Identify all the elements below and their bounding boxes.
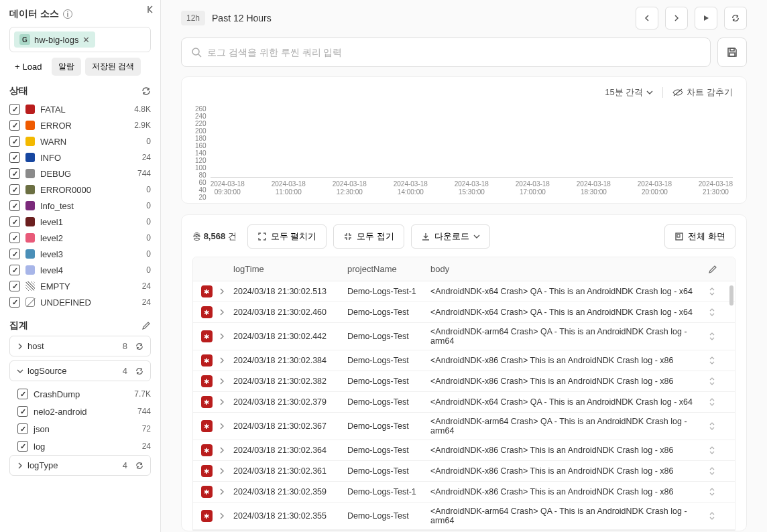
status-checkbox[interactable] <box>9 297 20 308</box>
chart-bars[interactable] <box>211 104 733 178</box>
status-item-fatal[interactable]: FATAL4.8K <box>9 101 151 117</box>
status-item-error[interactable]: ERROR2.9K <box>9 117 151 133</box>
row-actions-button[interactable] <box>708 512 727 520</box>
agg-refresh-button[interactable] <box>135 367 143 375</box>
saved-search-button[interactable]: 저장된 검색 <box>85 58 141 76</box>
status-item-info[interactable]: INFO24 <box>9 149 151 165</box>
row-actions-button[interactable] <box>708 422 727 430</box>
hide-chart-button[interactable]: 차트 감추기 <box>672 86 733 98</box>
status-checkbox[interactable] <box>9 216 20 227</box>
expand-row-button[interactable] <box>219 333 229 340</box>
expand-row-button[interactable] <box>219 513 229 519</box>
play-button[interactable] <box>695 7 717 29</box>
expand-row-button[interactable] <box>219 488 229 495</box>
expand-row-button[interactable] <box>219 357 229 364</box>
status-item-level1[interactable]: level10 <box>9 214 151 230</box>
status-item-empty[interactable]: EMPTY24 <box>9 278 151 294</box>
prev-button[interactable] <box>636 7 658 29</box>
status-checkbox[interactable] <box>9 168 20 179</box>
agg-refresh-button[interactable] <box>135 342 143 350</box>
agg-item-checkbox[interactable] <box>17 441 28 452</box>
table-row[interactable]: ✱2024/03/18 21:30:02.364Demo-Logs-Test<A… <box>193 440 735 461</box>
agg-item-nelo2-android[interactable]: nelo2-android744 <box>17 403 151 420</box>
status-checkbox[interactable] <box>9 232 20 243</box>
next-button[interactable] <box>665 7 688 29</box>
collapse-sidebar-button[interactable] <box>144 3 158 16</box>
table-row[interactable]: ✱2024/03/18 21:30:02.513Demo-Logs-Test-1… <box>193 281 735 302</box>
expand-all-button[interactable]: 모두 펼치기 <box>247 224 327 249</box>
expand-row-button[interactable] <box>219 288 229 295</box>
agg-item-checkbox[interactable] <box>17 406 28 417</box>
collapse-all-button[interactable]: 모두 접기 <box>333 224 404 249</box>
status-refresh-button[interactable] <box>141 86 151 96</box>
row-actions-button[interactable] <box>708 308 727 316</box>
scrollbar-thumb[interactable] <box>729 285 733 306</box>
status-item-level4[interactable]: level40 <box>9 262 151 278</box>
row-actions-button[interactable] <box>708 446 727 454</box>
col-projectname[interactable]: projectName <box>347 264 430 274</box>
search-input[interactable] <box>207 47 701 58</box>
table-row[interactable]: ✱2024/03/18 21:30:02.382Demo-Logs-Test<A… <box>193 371 735 392</box>
status-checkbox[interactable] <box>9 265 20 275</box>
status-checkbox[interactable] <box>9 152 20 163</box>
row-actions-button[interactable] <box>708 488 727 496</box>
expand-row-button[interactable] <box>219 309 229 316</box>
status-checkbox[interactable] <box>9 104 20 115</box>
table-row[interactable]: ✱2024/03/18 21:30:02.442Demo-Logs-Test<A… <box>193 323 735 350</box>
agg-item-log[interactable]: log24 <box>17 438 151 455</box>
status-checkbox[interactable] <box>9 136 20 147</box>
row-actions-button[interactable] <box>708 398 727 406</box>
status-item-undefined[interactable]: UNDEFINED24 <box>9 294 151 310</box>
save-search-button[interactable] <box>717 38 747 67</box>
status-item-debug[interactable]: DEBUG744 <box>9 165 151 182</box>
agg-item-CrashDump[interactable]: CrashDump7.7K <box>17 385 151 403</box>
table-row[interactable]: ✱2024/03/18 21:30:02.379Demo-Logs-Test<A… <box>193 392 735 413</box>
row-actions-button[interactable] <box>708 356 727 364</box>
status-item-info_test[interactable]: Info_test0 <box>9 198 151 214</box>
alarm-button[interactable]: 알람 <box>52 58 81 76</box>
row-actions-button[interactable] <box>708 377 727 385</box>
table-row[interactable]: ✱2024/03/18 21:30:02.384Demo-Logs-Test<A… <box>193 350 735 371</box>
table-row[interactable]: ✱2024/03/18 21:30:02.460Demo-Logs-Test<A… <box>193 302 735 323</box>
agg-item-json[interactable]: json72 <box>17 420 151 438</box>
row-actions-button[interactable] <box>708 287 727 295</box>
status-item-warn[interactable]: WARN0 <box>9 133 151 149</box>
col-logtime[interactable]: logTime <box>233 264 347 274</box>
agg-group-logSource[interactable]: logSource4 <box>9 360 151 381</box>
agg-refresh-button[interactable] <box>135 462 143 470</box>
status-checkbox[interactable] <box>9 249 20 259</box>
status-item-level3[interactable]: level30 <box>9 246 151 262</box>
status-item-level2[interactable]: level20 <box>9 230 151 246</box>
chip-remove-button[interactable]: ✕ <box>82 35 90 45</box>
fullscreen-button[interactable]: 전체 화면 <box>664 224 735 249</box>
info-icon[interactable]: i <box>63 9 72 19</box>
status-checkbox[interactable] <box>9 200 20 211</box>
expand-row-button[interactable] <box>219 447 229 454</box>
interval-selector[interactable]: 15분 간격 <box>605 86 653 98</box>
search-box[interactable] <box>181 38 711 67</box>
table-row[interactable]: ✱2024/03/18 21:30:02.355Demo-Logs-Test<A… <box>193 503 735 530</box>
datasource-chip[interactable]: G hw-big-logs ✕ <box>14 31 95 48</box>
col-body[interactable]: body <box>430 264 708 274</box>
status-checkbox[interactable] <box>9 120 20 131</box>
row-actions-button[interactable] <box>708 467 727 475</box>
load-button[interactable]: + Load <box>9 58 48 76</box>
row-actions-button[interactable] <box>708 332 727 340</box>
time-range-label[interactable]: Past 12 Hours <box>212 13 629 23</box>
edit-columns-button[interactable] <box>708 265 727 274</box>
download-button[interactable]: 다운로드 <box>411 224 490 249</box>
expand-row-button[interactable] <box>219 399 229 405</box>
status-item-error0000[interactable]: ERROR00000 <box>9 182 151 198</box>
status-checkbox[interactable] <box>9 281 20 291</box>
agg-group-host[interactable]: host8 <box>9 336 151 356</box>
aggregate-edit-button[interactable] <box>141 321 151 330</box>
table-row[interactable]: ✱2024/03/18 21:30:02.359Demo-Logs-Test-1… <box>193 482 735 503</box>
agg-item-checkbox[interactable] <box>17 389 28 399</box>
agg-group-logType[interactable]: logType4 <box>9 455 151 476</box>
status-checkbox[interactable] <box>9 184 20 195</box>
agg-item-checkbox[interactable] <box>17 423 28 434</box>
table-row[interactable]: ✱2024/03/18 21:30:02.361Demo-Logs-Test<A… <box>193 461 735 482</box>
expand-row-button[interactable] <box>219 468 229 474</box>
table-row[interactable]: ✱2024/03/18 21:30:02.367Demo-Logs-Test<A… <box>193 413 735 440</box>
refresh-button[interactable] <box>724 7 747 29</box>
